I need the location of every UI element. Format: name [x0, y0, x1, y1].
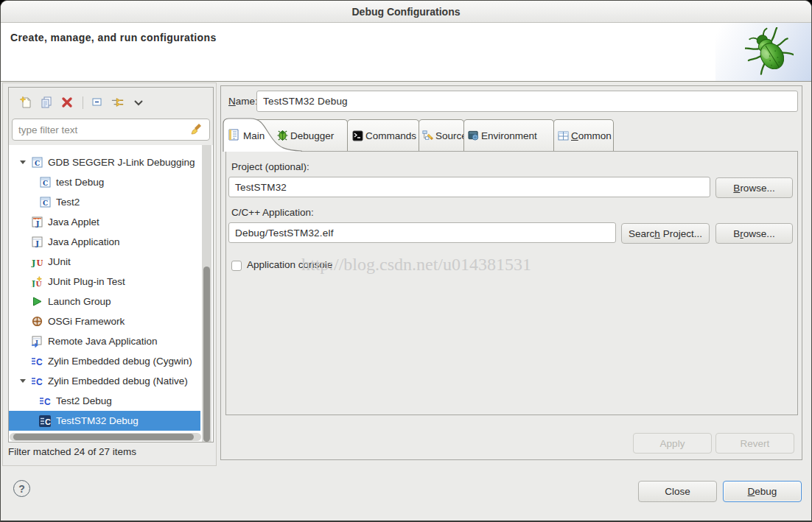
application-console-checkbox[interactable]	[231, 261, 242, 271]
tree-item-label: Test2	[56, 197, 80, 208]
apply-button[interactable]: Apply	[633, 433, 712, 454]
expand-arrow-icon[interactable]	[15, 161, 31, 164]
tree-item-test2-debug[interactable]: CTest2 Debug	[9, 391, 200, 411]
help-button[interactable]: ?	[13, 480, 30, 497]
common-tab-icon	[558, 130, 569, 141]
project-label: Project (optional):	[231, 161, 309, 172]
tree-item-label: OSGi Framework	[48, 316, 125, 327]
tree-item-remote-java-application[interactable]: JRemote Java Application	[9, 331, 200, 351]
svg-text:J: J	[31, 279, 35, 287]
tree-toolbar	[9, 88, 213, 117]
zylin-dark-icon: C	[39, 415, 51, 427]
tree-item-test-debug[interactable]: Ctest Debug	[9, 172, 200, 192]
tree-item-teststm32-debug[interactable]: CTestSTM32 Debug	[9, 411, 200, 431]
zylin-icon: C	[31, 375, 43, 387]
tab-commands[interactable]: Commands	[347, 119, 419, 151]
tab-label: Main	[243, 130, 265, 141]
application-value: Debug/TestSTM32.elf	[235, 228, 334, 239]
tree-item-zylin-embedded-debug-native-[interactable]: CZylin Embedded debug (Native)	[9, 371, 200, 391]
watermark: http://blog.csdn.net/u014381531	[301, 255, 531, 275]
tree-item-test2[interactable]: CTest2	[9, 192, 200, 212]
name-input[interactable]: TestSTM32 Debug	[256, 91, 798, 112]
svg-text:J: J	[31, 258, 35, 267]
debug-button[interactable]: Debug	[723, 481, 802, 502]
junit-plugin-icon: JU	[31, 276, 43, 288]
config-tree: CGDB SEGGER J-Link DebuggingCtest DebugC…	[9, 145, 213, 442]
tree-horizontal-scrollbar-thumb[interactable]	[13, 434, 194, 440]
tree-item-launch-group[interactable]: Launch Group	[9, 292, 200, 311]
delete-config-icon[interactable]	[60, 96, 74, 109]
tree-vertical-scrollbar[interactable]	[202, 145, 211, 442]
filter-input[interactable]: type filter text	[12, 119, 210, 141]
tab-label: Commands	[365, 130, 416, 141]
svg-text:C: C	[36, 357, 43, 367]
application-input[interactable]: Debug/TestSTM32.elf	[228, 222, 616, 243]
tab-label: Source	[435, 130, 467, 141]
tree-item-junit[interactable]: JUJUnit	[9, 252, 200, 272]
java-app-icon: J	[31, 236, 43, 248]
environment-tab-icon	[468, 130, 479, 141]
new-config-icon[interactable]	[19, 96, 32, 109]
browse-project-button[interactable]: Browse...	[715, 177, 793, 198]
tab-environment[interactable]: Environment	[463, 119, 554, 151]
junit-icon: JU	[31, 256, 43, 268]
collapse-all-icon[interactable]	[91, 96, 104, 109]
page-title: Create, manage, and run configurations	[10, 32, 217, 43]
tree-item-label: Zylin Embedded debug (Cygwin)	[48, 356, 192, 367]
application-label: C/C++ Application:	[231, 207, 314, 218]
browse-application-button[interactable]: Browse...	[715, 223, 793, 244]
search-project-button[interactable]: Search Project...	[621, 223, 710, 244]
clear-filter-icon[interactable]	[191, 122, 203, 137]
tree-item-junit-plug-in-test[interactable]: JUJUnit Plug-in Test	[9, 272, 200, 292]
main-area: type filter text CGDB SEGGER J-Link Debu…	[1, 82, 811, 467]
main-tab-icon	[228, 129, 239, 143]
project-value: TestSTM32	[235, 182, 287, 193]
debug-configurations-dialog: Debug Configurations Create, manage, and…	[0, 0, 812, 522]
tree-item-label: Launch Group	[48, 296, 111, 307]
tree-item-java-applet[interactable]: JJava Applet	[9, 212, 200, 232]
tree-item-label: JUnit Plug-in Test	[48, 276, 125, 287]
tree-item-gdb-segger-j-link-debugging[interactable]: CGDB SEGGER J-Link Debugging	[9, 152, 200, 172]
tree-item-label: Test2 Debug	[56, 395, 112, 406]
svg-text:U: U	[36, 280, 42, 287]
osgi-icon	[31, 316, 43, 328]
tree-vertical-scrollbar-thumb[interactable]	[203, 267, 210, 442]
tab-common[interactable]: Common	[553, 119, 614, 151]
window-title: Debug Configurations	[352, 6, 461, 18]
remote-java-icon: J	[31, 336, 43, 348]
svg-text:C: C	[42, 180, 47, 187]
source-tab-icon	[422, 130, 433, 141]
bottom-bar: ? Close Debug	[1, 467, 811, 521]
svg-text:C: C	[36, 377, 43, 387]
duplicate-config-icon[interactable]	[40, 96, 53, 109]
tree-item-label: Remote Java Application	[48, 336, 158, 347]
name-value: TestSTM32 Debug	[263, 96, 348, 107]
tree-item-java-application[interactable]: JJava Application	[9, 232, 200, 252]
tree-item-label: Zylin Embedded debug (Native)	[48, 375, 188, 387]
tree-item-label: TestSTM32 Debug	[56, 415, 139, 426]
tab-main-content: Main	[228, 129, 265, 143]
project-input[interactable]: TestSTM32	[228, 177, 710, 197]
tree-item-osgi-framework[interactable]: OSGi Framework	[9, 311, 200, 331]
svg-text:C: C	[42, 200, 47, 207]
svg-text:C: C	[44, 397, 51, 407]
tree-item-label: JUnit	[48, 256, 71, 267]
revert-button[interactable]: Revert	[715, 433, 794, 454]
zylin-icon: C	[31, 356, 43, 367]
tree-horizontal-scrollbar[interactable]	[10, 433, 201, 441]
filter-configs-icon[interactable]	[111, 96, 125, 109]
menu-chevron-icon[interactable]	[132, 96, 145, 109]
tab-source[interactable]: Source	[419, 119, 464, 151]
close-button[interactable]: Close	[638, 481, 717, 502]
debug-beetle-icon	[745, 27, 794, 78]
titlebar[interactable]: Debug Configurations	[1, 1, 811, 23]
c-app-icon: C	[31, 157, 43, 169]
c-app-icon: C	[39, 197, 51, 208]
tab-label: Common	[571, 130, 612, 141]
tree-item-label: Java Applet	[48, 216, 99, 228]
toolbar-separator	[83, 96, 83, 109]
tree-item-label: GDB SEGGER J-Link Debugging	[48, 157, 195, 168]
left-panel: type filter text CGDB SEGGER J-Link Debu…	[8, 87, 214, 442]
tree-item-zylin-embedded-debug-cygwin-[interactable]: CZylin Embedded debug (Cygwin)	[9, 351, 200, 371]
expand-arrow-icon[interactable]	[15, 379, 31, 383]
